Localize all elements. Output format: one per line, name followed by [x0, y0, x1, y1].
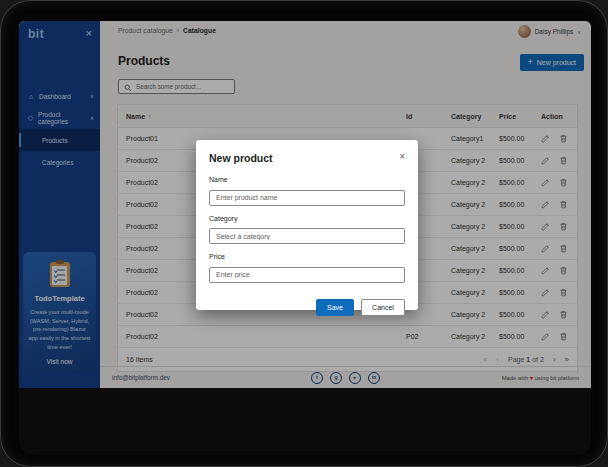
category-field-label: Category: [209, 215, 405, 222]
price-field-label: Price: [209, 253, 405, 260]
admin-app: bit × ⌂ Dashboard ∨ ◇ Product categories…: [19, 21, 591, 388]
category-field[interactable]: [209, 228, 405, 244]
new-product-modal: New product × Name Category Price Save C…: [196, 140, 418, 310]
save-button[interactable]: Save: [316, 299, 354, 316]
close-icon[interactable]: ×: [399, 152, 405, 162]
tablet-screen: bit × ⌂ Dashboard ∨ ◇ Product categories…: [19, 21, 591, 455]
tablet-mockup: bit × ⌂ Dashboard ∨ ◇ Product categories…: [0, 0, 608, 467]
price-field[interactable]: [209, 267, 405, 283]
modal-title: New product: [209, 152, 273, 164]
cancel-button[interactable]: Cancel: [361, 299, 405, 316]
name-field[interactable]: [209, 190, 405, 206]
name-field-label: Name: [209, 176, 405, 183]
